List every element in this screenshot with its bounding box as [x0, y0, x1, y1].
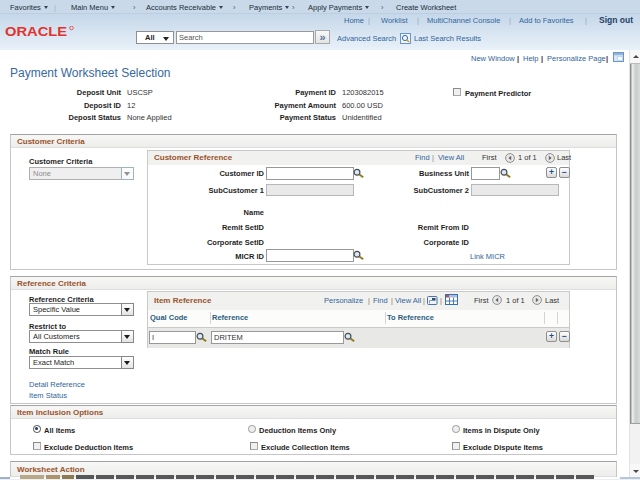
- svg-text:ORACLE: ORACLE: [5, 26, 67, 38]
